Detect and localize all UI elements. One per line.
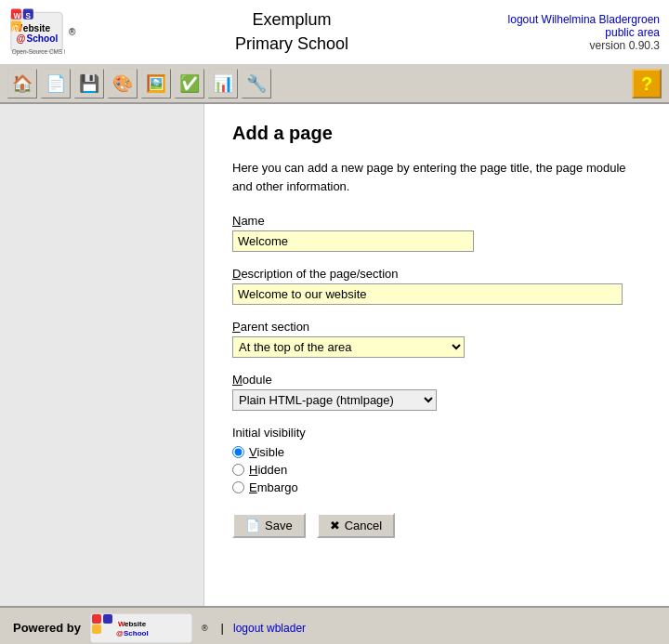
main-layout: Add a page Here you can add a new page b…	[0, 104, 669, 606]
site-title-line1: Exemplum	[75, 8, 507, 32]
tools-button[interactable]: 🖼️	[141, 69, 171, 99]
radio-visible-input[interactable]	[232, 446, 244, 458]
svg-text:@: @	[12, 23, 20, 33]
page-button[interactable]: 📄	[41, 69, 71, 99]
site-title-line2: Primary School	[75, 33, 507, 56]
save-button[interactable]: 💾	[74, 69, 104, 99]
button-row: 📄 Save ✖ Cancel	[232, 513, 641, 538]
footer-logout-link[interactable]: logout wblader	[233, 622, 306, 635]
radio-hidden-input[interactable]	[232, 464, 244, 476]
page-title: Add a page	[232, 123, 641, 144]
color-button[interactable]: 🎨	[108, 69, 138, 99]
svg-text:S: S	[26, 11, 32, 20]
name-input[interactable]	[232, 230, 474, 252]
desc-field-group: Description of the page/section	[232, 267, 641, 305]
svg-text:W: W	[14, 11, 21, 20]
desc-input[interactable]	[232, 283, 623, 305]
help-button[interactable]: ?	[632, 69, 662, 99]
svg-text:School: School	[26, 33, 58, 44]
svg-text:@: @	[16, 33, 25, 44]
svg-text:School: School	[124, 629, 149, 637]
svg-text:ebsite: ebsite	[23, 23, 51, 33]
powered-by-text: Powered by	[13, 621, 81, 635]
module-label: Module	[232, 373, 641, 387]
footer: Powered by W ebsite @ School ® | logout …	[0, 606, 669, 644]
radio-embargo-input[interactable]	[232, 481, 244, 493]
chart-button[interactable]: 📊	[208, 69, 238, 99]
svg-text:ebsite: ebsite	[125, 620, 147, 628]
visibility-group: Initial visibility Visible Hidden Embarg…	[232, 426, 641, 494]
svg-rect-17	[92, 614, 101, 624]
module-field-group: Module Plain HTML-page (htmlpage)	[232, 373, 641, 411]
user-info: logout Wilhelmina Bladergroen public are…	[508, 13, 660, 52]
radio-hidden: Hidden	[232, 463, 641, 477]
cancel-icon: ✖	[330, 519, 340, 532]
logout-link[interactable]: logout Wilhelmina Bladergroen	[508, 13, 660, 26]
logo-svg: W ebsite @ School W S @ Open-Source CMS …	[9, 7, 65, 58]
intro-text: Here you can add a new page by entering …	[232, 159, 641, 195]
save-label: Save	[265, 519, 293, 532]
svg-text:@: @	[116, 629, 124, 637]
save-icon: 📄	[245, 519, 260, 532]
footer-registered: ®	[202, 624, 208, 633]
cancel-form-button[interactable]: ✖ Cancel	[317, 513, 395, 538]
radio-visible-label: Visible	[249, 445, 284, 459]
svg-rect-18	[103, 614, 112, 624]
version-label: version 0.90.3	[508, 39, 660, 52]
parent-field-group: Parent section At the top of the area	[232, 320, 641, 358]
parent-select[interactable]: At the top of the area	[232, 336, 465, 358]
module-select[interactable]: Plain HTML-page (htmlpage)	[232, 389, 437, 411]
check-button[interactable]: ✅	[175, 69, 204, 99]
name-label: Name	[232, 214, 641, 228]
svg-text:Open-Source CMS for Schools: Open-Source CMS for Schools	[12, 48, 65, 56]
cancel-label: Cancel	[345, 519, 382, 532]
content-area: Add a page Here you can add a new page b…	[204, 104, 669, 606]
visibility-label: Initial visibility	[232, 426, 641, 440]
settings-button[interactable]: 🔧	[242, 69, 271, 99]
footer-separator: |	[221, 621, 224, 635]
sidebar	[0, 104, 204, 606]
header: W ebsite @ School W S @ Open-Source CMS …	[0, 0, 669, 65]
toolbar: 🏠 📄 💾 🎨 🖼️ ✅ 📊 🔧 ?	[0, 65, 669, 104]
svg-rect-19	[92, 624, 101, 634]
save-form-button[interactable]: 📄 Save	[232, 513, 306, 538]
radio-embargo: Embargo	[232, 480, 641, 494]
radio-hidden-label: Hidden	[249, 463, 287, 477]
radio-visible: Visible	[232, 445, 641, 459]
footer-logo: W ebsite @ School	[90, 613, 192, 643]
name-field-group: Name	[232, 214, 641, 252]
logo-registered: ®	[69, 27, 75, 37]
parent-label: Parent section	[232, 320, 641, 334]
desc-label: Description of the page/section	[232, 267, 641, 281]
radio-embargo-label: Embargo	[249, 480, 298, 494]
site-title: Exemplum Primary School	[75, 8, 507, 55]
user-area: public area	[508, 26, 660, 39]
logo-area: W ebsite @ School W S @ Open-Source CMS …	[9, 7, 75, 58]
home-button[interactable]: 🏠	[7, 69, 37, 99]
